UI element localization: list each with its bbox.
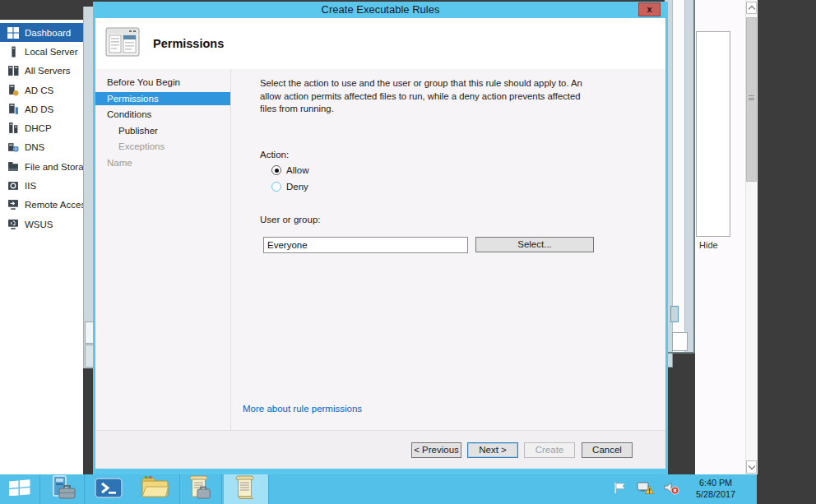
sidebar-item-wsus[interactable]: WSUS: [0, 215, 83, 234]
chevron-down-icon: [748, 463, 754, 469]
remote-access-icon: [7, 199, 19, 210]
sidebar-item-dashboard[interactable]: Dashboard: [0, 23, 83, 42]
sidebar-item-dns[interactable]: DNS: [0, 138, 83, 157]
dialog-title: Create Executable Rules: [93, 2, 668, 18]
desktop: Dashboard Local Server All Servers AD CS…: [0, 0, 816, 504]
powershell-icon: [95, 477, 123, 502]
taskbar-file-explorer-button[interactable]: [132, 474, 178, 504]
taskbar-server-manager-button[interactable]: [39, 474, 85, 504]
all-servers-icon: [7, 65, 19, 76]
create-button: Create: [524, 442, 575, 458]
taskbar-policy-window-button-active[interactable]: [224, 474, 269, 504]
sidebar-item-local-server[interactable]: Local Server: [0, 42, 83, 61]
dashboard-icon: [7, 27, 19, 39]
scrollbar-up-button[interactable]: [746, 2, 757, 14]
policy-scroll-icon: [235, 475, 257, 503]
wizard-header: Permissions: [95, 18, 665, 69]
create-executable-rules-dialog: Create Executable Rules x: [93, 2, 668, 474]
previous-button[interactable]: < Previous: [411, 442, 461, 458]
action-label: Action:: [260, 150, 289, 160]
dhcp-icon: [7, 123, 19, 134]
taskbar: 6:40 PM 5/28/2017: [0, 474, 757, 504]
allow-radio-row[interactable]: Allow: [271, 165, 308, 175]
taskbar-clock[interactable]: 6:40 PM 5/28/2017: [684, 477, 747, 502]
security-policy-scroll-icon: [189, 475, 212, 503]
file-storage-icon: [7, 161, 19, 173]
sidebar-item-ad-ds[interactable]: AD DS: [0, 99, 83, 118]
scrollbar-grip-icon: [749, 95, 754, 100]
wsus-icon: [7, 219, 19, 230]
wizard-step-permissions[interactable]: Permissions: [95, 92, 230, 105]
windows-start-icon: [9, 479, 30, 499]
server-manager-sidebar: Dashboard Local Server All Servers AD CS…: [0, 20, 83, 474]
more-about-permissions-link[interactable]: More about rule permissions: [243, 404, 362, 414]
sidebar-item-iis[interactable]: IIS: [0, 176, 83, 195]
close-button[interactable]: x: [638, 2, 661, 16]
dns-icon: [7, 141, 19, 153]
wizard-step-name: Name: [95, 156, 230, 169]
start-button[interactable]: [0, 474, 39, 504]
local-server-icon: [7, 46, 19, 58]
wizard-step-exceptions: Exceptions: [95, 140, 230, 153]
file-explorer-icon: [140, 475, 171, 503]
sidebar-item-ad-cs[interactable]: AD CS: [0, 81, 83, 99]
dialog-titlebar[interactable]: Create Executable Rules: [93, 2, 668, 18]
next-button[interactable]: Next >: [467, 442, 518, 458]
wizard-step-conditions[interactable]: Conditions: [95, 108, 230, 121]
wizard-page-title: Permissions: [153, 18, 224, 69]
welcome-tile: Hide: [696, 31, 730, 237]
policy-window-fragment: [672, 332, 688, 351]
wizard-step-publisher[interactable]: Publisher: [95, 124, 230, 137]
ad-ds-icon: [7, 104, 19, 115]
clock-date: 5/28/2017: [684, 488, 747, 500]
sidebar-item-all-servers[interactable]: All Servers: [0, 62, 83, 81]
sidebar-item-remote-access[interactable]: Remote Access: [0, 196, 83, 215]
clock-time: 6:40 PM: [684, 477, 747, 488]
deny-radio-row[interactable]: Deny: [271, 182, 308, 192]
vertical-scrollbar[interactable]: [745, 0, 758, 474]
page-description: Select the action to use and the user or…: [260, 77, 586, 116]
deny-radio-label: Deny: [286, 182, 308, 192]
sidebar-item-dhcp[interactable]: DHCP: [0, 118, 83, 137]
scrollbar-down-button[interactable]: [746, 460, 757, 474]
sidebar-item-file-storage[interactable]: File and Storage Services: [0, 157, 83, 176]
button-strip: [95, 430, 665, 469]
allow-radio[interactable]: [271, 165, 281, 175]
action-center-flag-icon[interactable]: [614, 482, 627, 497]
allow-radio-label: Allow: [286, 165, 308, 175]
user-group-input[interactable]: [263, 237, 468, 253]
select-button[interactable]: Select...: [475, 237, 594, 252]
dialog-body: Permissions Before You Begin Permissions…: [95, 18, 665, 469]
pane-divider: [230, 69, 231, 430]
scrollbar-thumb[interactable]: [746, 17, 757, 182]
policy-window-fragment: [670, 306, 679, 322]
ad-cs-icon: [7, 85, 19, 96]
close-icon: x: [647, 4, 651, 14]
hide-link[interactable]: Hide: [699, 240, 718, 250]
wizard-step-before-you-begin[interactable]: Before You Begin: [95, 76, 230, 89]
server-manager-icon: [49, 475, 76, 503]
server-manager-content: Hide: [695, 0, 757, 474]
iis-icon: [7, 180, 19, 192]
volume-muted-icon[interactable]: [664, 481, 679, 498]
policy-window-fragment: [672, 0, 685, 352]
taskbar-security-policy-button[interactable]: [179, 474, 222, 504]
cancel-button[interactable]: Cancel: [582, 442, 633, 458]
wizard-page-icon: [105, 27, 140, 58]
user-group-label: User or group:: [260, 215, 321, 224]
network-warning-icon[interactable]: [637, 481, 654, 498]
system-tray: [612, 474, 681, 504]
policy-window-right-edge: [665, 0, 695, 354]
deny-radio[interactable]: [271, 182, 281, 192]
taskbar-powershell-button[interactable]: [86, 474, 132, 504]
chevron-up-icon: [748, 6, 754, 12]
